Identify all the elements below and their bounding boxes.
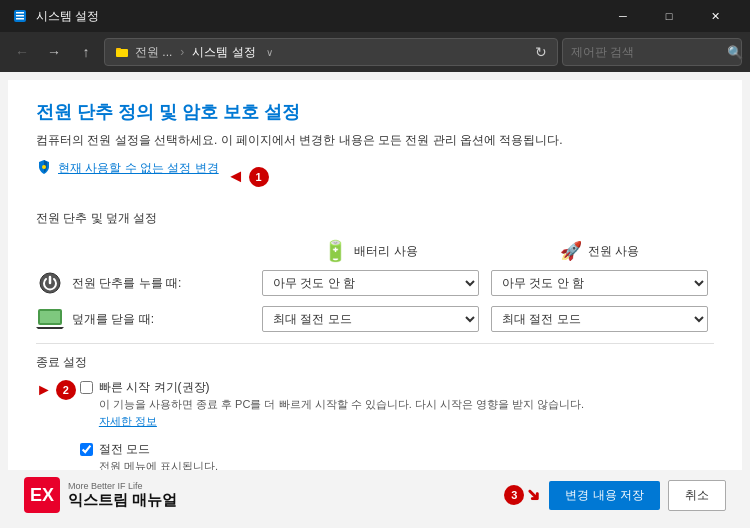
sleep-mode-checkbox[interactable] bbox=[80, 443, 93, 456]
power-button-row: 전원 단추를 누를 때: 아무 것도 안 함 절전 최대 절전 모드 종료 아무… bbox=[36, 269, 714, 297]
brand-logo: EX bbox=[24, 477, 60, 513]
power-table-header: 🔋 배터리 사용 🚀 전원 사용 bbox=[36, 239, 714, 263]
power-button-label: 전원 단추를 누를 때: bbox=[36, 269, 256, 297]
svg-rect-2 bbox=[16, 18, 24, 20]
back-button[interactable]: ← bbox=[8, 38, 36, 66]
refresh-button[interactable]: ↻ bbox=[535, 44, 547, 60]
page-title: 전원 단추 정의 및 암호 보호 설정 bbox=[36, 100, 714, 124]
folder-icon bbox=[115, 45, 129, 59]
divider-1 bbox=[36, 343, 714, 344]
fast-startup-desc: 이 기능을 사용하면 종료 후 PC를 더 빠르게 시작할 수 있습니다. 다시… bbox=[99, 397, 584, 412]
cancel-button[interactable]: 취소 bbox=[668, 480, 726, 511]
svg-rect-4 bbox=[116, 49, 128, 57]
power-buttons-section-title: 전원 단추 및 덮개 설정 bbox=[36, 210, 714, 229]
annotation-badge-2: 2 bbox=[56, 380, 76, 400]
app-icon bbox=[12, 8, 28, 24]
minimize-button[interactable]: ─ bbox=[600, 0, 646, 32]
fast-startup-label: 빠른 시작 켜기(권장) bbox=[99, 379, 584, 396]
power-button-power-select[interactable]: 아무 것도 안 함 절전 최대 절전 모드 종료 bbox=[491, 270, 708, 296]
svg-rect-5 bbox=[116, 48, 121, 50]
title-bar-text: 시스템 설정 bbox=[36, 8, 600, 25]
col-battery-label: 배터리 사용 bbox=[354, 243, 417, 260]
title-bar: 시스템 설정 ─ □ ✕ bbox=[0, 0, 750, 32]
lid-close-row: 덮개를 닫을 때: 아무 것도 안 함 절전 최대 절전 모드 종료 아무 것도… bbox=[36, 305, 714, 333]
more-info-link[interactable]: 자세한 정보 bbox=[99, 414, 584, 429]
breadcrumb-current: 시스템 설정 bbox=[192, 44, 255, 61]
col-power-label: 전원 사용 bbox=[588, 243, 639, 260]
search-box[interactable]: 🔍 bbox=[562, 38, 742, 66]
breadcrumb-sep: › bbox=[180, 45, 184, 59]
search-icon[interactable]: 🔍 bbox=[727, 45, 743, 60]
lid-close-power-select[interactable]: 아무 것도 안 함 절전 최대 절전 모드 종료 bbox=[491, 306, 708, 332]
svg-point-6 bbox=[42, 165, 46, 169]
breadcrumb-parent: 전원 ... bbox=[135, 44, 172, 61]
lid-close-label: 덮개를 닫을 때: bbox=[36, 305, 256, 333]
fast-startup-label-block: 빠른 시작 켜기(권장) 이 기능을 사용하면 종료 후 PC를 더 빠르게 시… bbox=[99, 379, 584, 429]
brand-name: 익스트림 매뉴얼 bbox=[68, 491, 177, 510]
settings-link-text: 현재 사용할 수 없는 설정 변경 bbox=[58, 160, 219, 177]
bottom-actions: 3 ➜ 변경 내용 저장 취소 bbox=[500, 480, 726, 511]
brand-block: EX More Better IF Life 익스트림 매뉴얼 bbox=[24, 477, 177, 513]
annotation-3: 3 ➜ bbox=[500, 484, 541, 506]
search-input[interactable] bbox=[571, 45, 721, 59]
maximize-button[interactable]: □ bbox=[646, 0, 692, 32]
shutdown-section-title: 종료 설정 bbox=[36, 354, 714, 371]
col-power-header: 🚀 전원 사용 bbox=[485, 239, 714, 263]
battery-icon: 🔋 bbox=[323, 239, 348, 263]
power-button-battery-select[interactable]: 아무 것도 안 함 절전 최대 절전 모드 종료 bbox=[262, 270, 479, 296]
fast-startup-checkbox[interactable] bbox=[80, 381, 93, 394]
power-btn-icon bbox=[36, 269, 64, 297]
svg-rect-1 bbox=[16, 15, 24, 17]
address-bar: ← → ↑ 전원 ... › 시스템 설정 ∨ ↻ 🔍 bbox=[0, 32, 750, 72]
brand-text-block: More Better IF Life 익스트림 매뉴얼 bbox=[68, 481, 177, 510]
sleep-mode-label: 절전 모드 bbox=[99, 441, 218, 458]
annotation-badge-1: 1 bbox=[249, 167, 269, 187]
close-button[interactable]: ✕ bbox=[692, 0, 738, 32]
save-button[interactable]: 변경 내용 저장 bbox=[549, 481, 660, 510]
main-content: 전원 단추 정의 및 암호 보호 설정 컴퓨터의 전원 설정을 선택하세요. 이… bbox=[8, 80, 742, 520]
annotation-1: ◄ 1 bbox=[227, 166, 269, 187]
laptop-icon bbox=[36, 305, 64, 333]
power-button-row-label-text: 전원 단추를 누를 때: bbox=[72, 275, 181, 292]
up-button[interactable]: ↑ bbox=[72, 38, 100, 66]
page-description: 컴퓨터의 전원 설정을 선택하세요. 이 페이지에서 변경한 내용은 모든 전원… bbox=[36, 132, 714, 149]
title-bar-controls: ─ □ ✕ bbox=[600, 0, 738, 32]
breadcrumb-chevron[interactable]: ∨ bbox=[266, 47, 273, 58]
forward-button[interactable]: → bbox=[40, 38, 68, 66]
bottom-bar: EX More Better IF Life 익스트림 매뉴얼 3 ➜ 변경 내… bbox=[8, 470, 742, 520]
brand-slogan: More Better IF Life bbox=[68, 481, 177, 491]
lid-close-label-text: 덮개를 닫을 때: bbox=[72, 311, 154, 328]
svg-rect-9 bbox=[40, 311, 60, 323]
settings-link[interactable]: 현재 사용할 수 없는 설정 변경 bbox=[36, 159, 219, 178]
rocket-icon: 🚀 bbox=[560, 240, 582, 262]
col-battery-header: 🔋 배터리 사용 bbox=[256, 239, 485, 263]
fast-startup-row: 빠른 시작 켜기(권장) 이 기능을 사용하면 종료 후 PC를 더 빠르게 시… bbox=[80, 379, 584, 429]
svg-rect-3 bbox=[16, 12, 24, 14]
lid-close-battery-select[interactable]: 아무 것도 안 함 절전 최대 절전 모드 종료 bbox=[262, 306, 479, 332]
address-input[interactable]: 전원 ... › 시스템 설정 ∨ ↻ bbox=[104, 38, 558, 66]
annotation-2: ► 2 bbox=[36, 380, 76, 400]
shield-icon bbox=[36, 159, 52, 178]
